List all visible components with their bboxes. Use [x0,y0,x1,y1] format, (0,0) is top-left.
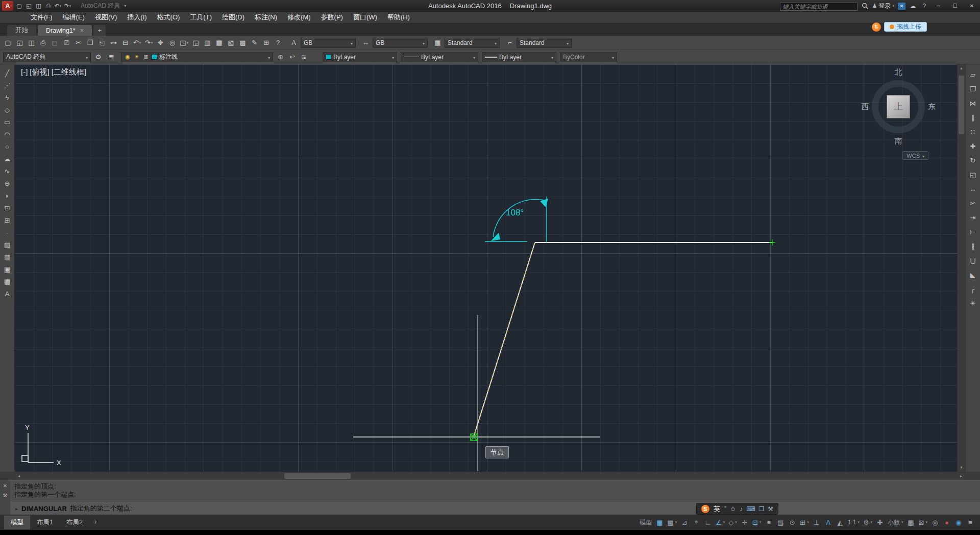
sign-in-button[interactable]: ♟登录▾ [872,2,894,10]
plot-preview-icon[interactable]: ◻ [49,37,61,48]
dynamic-input-toggle[interactable]: ⌖ [691,517,702,528]
menu-item[interactable]: 格式(O) [152,12,185,23]
open-icon[interactable]: ◱ [24,1,34,11]
menu-item[interactable]: 窗口(W) [348,12,382,23]
sheet-set-manager-icon[interactable]: ▩ [237,37,249,48]
menu-item[interactable]: 编辑(E) [58,12,90,23]
save-icon[interactable]: ◫ [26,37,37,48]
annotation-scale-button[interactable]: 1:1 [846,517,861,528]
combo-caret-icon[interactable] [567,39,569,46]
viewport-control[interactable]: [-] [21,67,28,77]
ime-voice-icon[interactable]: ♪ [740,505,743,513]
viewcube[interactable]: 北 南 西 东 上 [860,68,937,145]
layer-combo[interactable]: ◉ ☀ ⊠ 标注线 [121,52,273,62]
publish-icon[interactable]: ⎚ [61,37,72,48]
autoscale-toggle[interactable]: ◭ [835,517,846,528]
layer-on-icon[interactable]: ◉ [124,54,131,60]
save-icon[interactable]: ◫ [34,1,43,11]
units-button[interactable]: 小数 [886,517,905,528]
search-icon[interactable] [861,3,869,9]
rectangle-tool-icon[interactable]: ▭ [1,116,13,128]
ellipse-tool-icon[interactable]: ⊖ [1,177,13,189]
polar-tracking-toggle[interactable]: ∠ [714,517,726,528]
plot-icon[interactable]: ⎙ [37,37,49,48]
redo-button[interactable]: ↷ [143,37,155,48]
menu-item[interactable]: 标注(N) [250,12,282,23]
close-button[interactable]: ✕ [965,2,978,10]
command-window-close-icon[interactable]: ✕ [3,483,7,489]
vertical-scrollbar[interactable]: ▴ ▾ [957,64,965,472]
plot-icon[interactable]: ⎙ [43,1,53,11]
command-input-line[interactable]: ▸ DIMANGULAR 指定角的第二个端点: [10,502,980,515]
qnew-icon[interactable]: ▢ [14,1,24,11]
mleader-style-icon[interactable]: ⌐ [504,37,516,48]
layout-tab[interactable]: 模型 [4,516,30,529]
lineweight-combo[interactable]: ByLayer [482,52,556,62]
object-snap-tracking-toggle[interactable]: ✛ [739,517,750,528]
selection-cycling-toggle[interactable]: ⊙ [787,517,798,528]
rotate-tool-icon[interactable]: ↻ [967,153,979,167]
object-snap-toggle[interactable]: ⊡ [751,517,763,528]
new-layout-button[interactable]: + [89,516,101,528]
drawing-canvas[interactable]: 108° Y X [15,64,957,472]
layer-previous-icon[interactable]: ↩ [286,52,298,63]
copy-clip-icon[interactable]: ❐ [84,37,96,48]
join-tool-icon[interactable]: ⋃ [967,253,979,268]
workspace-switching-button[interactable]: ⚙ [862,517,874,528]
menu-item[interactable]: 修改(M) [282,12,316,23]
quick-properties-toggle[interactable]: ▤ [905,517,917,528]
insert-block-tool-icon[interactable]: ⊡ [1,202,13,214]
grid-toggle[interactable]: ▦ [654,517,665,528]
tool-palettes-icon[interactable]: ▧ [225,37,237,48]
tab-close-icon[interactable]: ✕ [80,28,84,33]
qat-customize-caret-icon[interactable]: ▾ [124,4,126,8]
table-style-icon[interactable]: ▦ [432,37,444,48]
ime-keyboard-icon[interactable]: ⌨ [746,505,755,513]
compass-north-label[interactable]: 北 [895,67,902,77]
match-properties-icon[interactable]: ⊶ [108,37,119,48]
command-window-customize-icon[interactable]: ⚒ [3,493,8,498]
markup-icon[interactable]: ✎ [249,37,260,48]
plot-style-combo[interactable]: ByColor [560,52,617,62]
horizontal-scroll-thumb[interactable] [284,473,351,479]
tab-drawing1[interactable]: Drawing1*✕ [38,25,92,36]
combo-caret-icon[interactable] [392,54,394,61]
create-block-tool-icon[interactable]: ⊞ [1,214,13,226]
fillet-tool-icon[interactable]: ╭ [967,282,979,296]
menu-item[interactable]: 工具(T) [185,12,217,23]
combo-caret-icon[interactable] [612,54,614,61]
search-input[interactable] [780,3,857,11]
angular-dimension[interactable] [485,197,548,242]
3d-object-snap-toggle[interactable]: ⊞ [798,517,810,528]
model-paper-toggle[interactable]: 模型 [638,517,653,528]
lock-ui-button[interactable]: ⊠ [917,517,929,528]
region-tool-icon[interactable]: ▣ [1,263,13,275]
workspace-settings-icon[interactable]: ⚙ [92,52,104,63]
help-icon[interactable]: ? [920,3,928,10]
wcs-menu[interactable]: WCS [902,151,928,160]
ortho-toggle[interactable]: ∟ [702,517,714,528]
layout-tab[interactable]: 布局1 [30,516,60,529]
break-at-point-tool-icon[interactable]: ⊢ [967,225,979,239]
graphics-performance-toggle[interactable]: ● [941,517,952,528]
clean-screen-toggle[interactable]: ◉ [953,517,964,528]
compass-east-label[interactable]: 东 [928,102,936,112]
a360-cloud-icon[interactable]: ☁ [909,3,917,10]
scroll-right-icon[interactable]: ▸ [957,474,965,478]
minimize-button[interactable]: ─ [932,2,945,10]
linetype-combo[interactable]: ByLayer [401,52,478,62]
combo-caret-icon[interactable] [551,54,553,61]
cut-icon[interactable]: ✂ [72,37,84,48]
dim-style-combo[interactable]: GB [373,38,428,48]
compass-west-label[interactable]: 西 [861,102,869,112]
ime-toolbox-icon[interactable]: ⚒ [768,505,773,513]
construction-line-tool-icon[interactable]: ⋰ [1,79,13,91]
annotation-visibility-toggle[interactable]: A [823,517,834,528]
paste-icon[interactable]: ⎗ [96,37,108,48]
break-tool-icon[interactable]: ∦ [967,239,979,253]
quickcalc-icon[interactable]: ⊞ [260,37,272,48]
help-icon[interactable]: ? [272,37,284,48]
maximize-button[interactable]: ☐ [948,2,962,10]
menu-item[interactable]: 绘图(D) [217,12,250,23]
polygon-tool-icon[interactable]: ◇ [1,104,13,116]
